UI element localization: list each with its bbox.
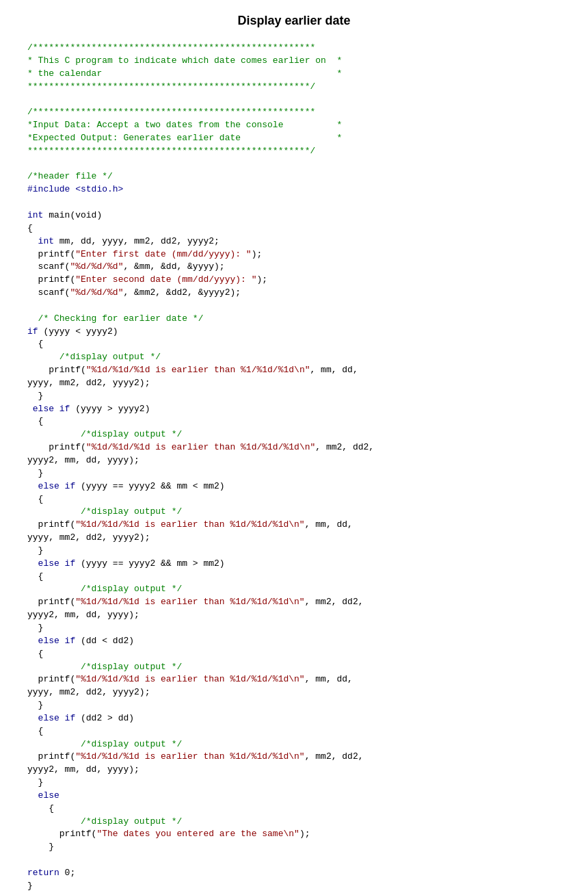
page-title: Display earlier date — [27, 14, 561, 28]
code-content: /***************************************… — [27, 42, 561, 893]
